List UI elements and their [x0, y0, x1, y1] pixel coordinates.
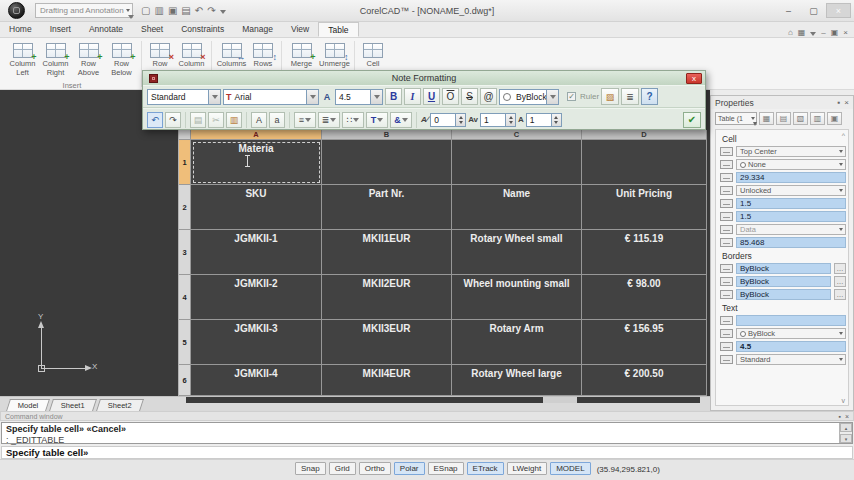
delete-row-button[interactable]: × Row [145, 41, 175, 69]
undo-icon[interactable]: ↶ [195, 6, 203, 16]
ruler-checkbox[interactable]: ✓ [567, 92, 576, 101]
margin-horizontal-field[interactable]: 1.5 [736, 198, 846, 209]
table-cell[interactable]: JGMKII-1 [191, 230, 322, 275]
table-cell[interactable]: € 156.95 [582, 320, 707, 365]
column-header-b[interactable]: B [322, 130, 452, 140]
table-cell[interactable]: Part Nr. [322, 185, 452, 230]
lweight-toggle[interactable]: LWeight [507, 462, 548, 475]
etrack-toggle[interactable]: ETrack [467, 462, 504, 475]
insert-row-below-button[interactable]: + Row Below [105, 41, 138, 77]
cell-button[interactable]: Cell [358, 41, 388, 69]
symbol-button[interactable]: @ [480, 88, 497, 105]
table-cell-a1[interactable]: Materia [191, 140, 322, 185]
new-icon[interactable]: ▢ [141, 6, 150, 16]
paragraph-options-button[interactable]: ≣ [621, 88, 639, 105]
table-cell[interactable]: JGMKII-4 [191, 365, 322, 396]
open-icon[interactable]: ▥ [154, 6, 163, 16]
panel-close-icon[interactable]: × [844, 98, 849, 107]
lowercase-button[interactable]: a [269, 112, 285, 128]
redo-icon[interactable]: ↷ [207, 6, 215, 16]
doc-restore-button[interactable]: ▣ [831, 29, 839, 37]
table-cell[interactable]: Wheel mounting small [452, 275, 582, 320]
table-cell[interactable]: SKU [191, 185, 322, 230]
table-cell[interactable]: JGMKII-2 [191, 275, 322, 320]
row-number[interactable]: 1 [179, 140, 191, 185]
panel-close-icon[interactable]: × [845, 413, 849, 420]
column-header-c[interactable]: C [452, 130, 582, 140]
deselect-button[interactable]: ▥ [810, 112, 825, 125]
hscrollbar-thumb[interactable] [543, 397, 577, 403]
tab-sheet[interactable]: Sheet [132, 22, 172, 37]
list-format-button[interactable]: ∷ [342, 112, 364, 128]
cut-button[interactable]: ✂ [208, 112, 224, 128]
table-cell[interactable]: Name [452, 185, 582, 230]
polar-toggle[interactable]: Polar [394, 462, 425, 475]
delete-column-button[interactable]: × Column [175, 41, 208, 69]
command-history[interactable]: Specify table cell» «Cancel» : _EDITTABL… [1, 422, 853, 444]
home-icon[interactable]: ⌂ [788, 29, 793, 37]
entity-select[interactable]: Table (1 [715, 112, 757, 125]
cell-style-select[interactable]: Data [736, 224, 846, 235]
chevron-down-icon[interactable] [810, 32, 816, 36]
ok-button[interactable]: ✔ [683, 112, 701, 128]
command-window-titlebar[interactable]: Command window ▪ × [0, 411, 854, 421]
row-number[interactable]: 5 [179, 320, 191, 365]
tracking-stepper[interactable]: 1 [480, 113, 516, 127]
workspace-select[interactable]: Drafting and Annotation [35, 3, 133, 18]
panel-options-button[interactable]: ▣ [827, 112, 842, 125]
overline-button[interactable]: O [442, 88, 459, 105]
insert-symbol-button[interactable]: & [390, 112, 412, 128]
app-logo-icon[interactable] [8, 2, 25, 19]
border-lineweight-field[interactable]: ByBlock [736, 289, 831, 300]
italic-button[interactable]: I [404, 88, 421, 105]
text-orientation-button[interactable]: T [366, 112, 388, 128]
collapse-section-icon[interactable]: ^ [842, 132, 845, 139]
cell-size-field[interactable]: 85.468 [736, 237, 846, 248]
unmerge-cells-button[interactable]: ↕ Unmerge [318, 41, 351, 69]
lock-state-select[interactable]: Unlocked [736, 185, 846, 196]
border-lineweight-browse-button[interactable]: … [834, 289, 846, 300]
table-cell[interactable]: MKII1EUR [322, 230, 452, 275]
strikethrough-button[interactable]: S [461, 88, 478, 105]
copy-button[interactable]: ▤ [190, 112, 206, 128]
paste-button[interactable]: ▥ [226, 112, 242, 128]
tab-constraints[interactable]: Constraints [172, 22, 233, 37]
scroll-down-icon[interactable]: ▾ [840, 434, 852, 443]
text-style-select[interactable]: Standard [736, 354, 846, 365]
table-cell[interactable]: Rotary Arm [452, 320, 582, 365]
row-number[interactable]: 6 [179, 365, 191, 396]
border-color-field[interactable]: ByBlock [736, 263, 831, 274]
tab-sheet1[interactable]: Sheet1 [49, 399, 97, 411]
background-mask-button[interactable]: ▨ [601, 88, 619, 105]
select-entities-button[interactable]: ▧ [793, 112, 808, 125]
dialog-close-button[interactable]: x [686, 73, 702, 84]
border-linestyle-browse-button[interactable]: … [834, 276, 846, 287]
doc-close-button[interactable]: × [843, 29, 848, 37]
oblique-angle-stepper[interactable]: 0 [430, 113, 466, 127]
alignment-select[interactable]: Top Center [736, 146, 846, 157]
ortho-toggle[interactable]: Ortho [359, 462, 391, 475]
table-cell[interactable]: € 98.00 [582, 275, 707, 320]
table-corner[interactable] [179, 130, 191, 140]
size-rows-button[interactable]: ↕ Rows [248, 41, 278, 69]
table-cell[interactable]: MKII3EUR [322, 320, 452, 365]
tab-view[interactable]: View [282, 22, 318, 37]
select-matching-button[interactable]: ▦ [759, 112, 774, 125]
close-button[interactable]: × [826, 3, 851, 18]
background-select[interactable]: None [736, 159, 846, 170]
pin-icon[interactable]: ▪ [837, 98, 840, 107]
esnap-toggle[interactable]: ESnap [428, 462, 464, 475]
scroll-up-icon[interactable]: ▴ [840, 423, 852, 432]
tab-manage[interactable]: Manage [233, 22, 282, 37]
font-size-select[interactable]: 4.5 [335, 89, 383, 105]
text-content-field[interactable] [736, 315, 846, 326]
print-icon[interactable]: ▤ [181, 6, 190, 16]
panel-icon[interactable]: ▦ [798, 29, 806, 37]
insert-column-left-button[interactable]: + Column Left [6, 41, 39, 77]
row-number[interactable]: 4 [179, 275, 191, 320]
uppercase-button[interactable]: A [251, 112, 267, 128]
command-input[interactable]: Specify table cell» [1, 446, 853, 459]
grid-toggle[interactable]: Grid [329, 462, 356, 475]
command-scrollbar[interactable]: ▴ ▾ [839, 423, 852, 443]
table-cell[interactable]: MKII2EUR [322, 275, 452, 320]
